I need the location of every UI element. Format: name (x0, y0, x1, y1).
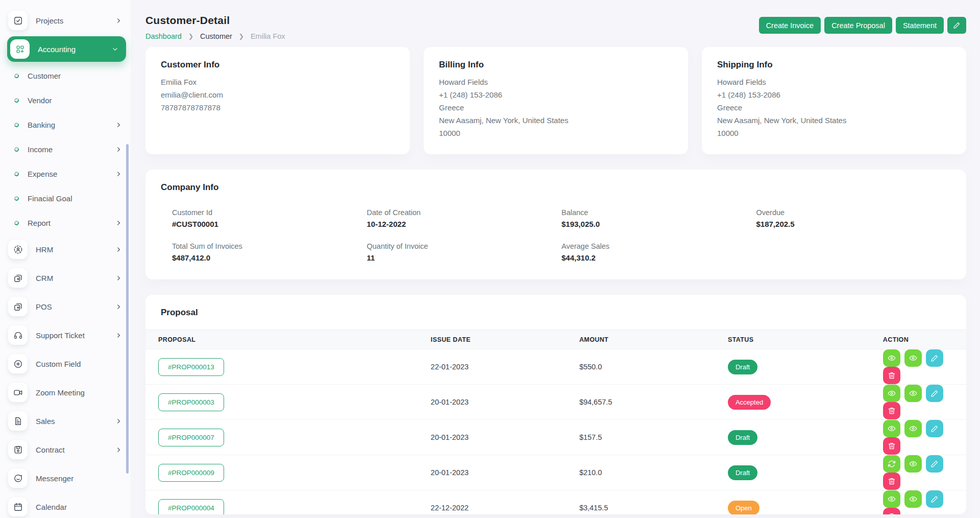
checkbox-icon (8, 11, 28, 30)
edit-action-button[interactable] (926, 349, 943, 367)
field-value: #CUST00001 (172, 220, 367, 228)
sidebar-item-label: Sales (36, 417, 55, 426)
header-actions: Create Invoice Create Proposal Statement (759, 17, 966, 34)
trash-icon (888, 477, 896, 485)
view-action-button[interactable] (904, 349, 922, 367)
pencil-icon (930, 495, 939, 503)
sidebar-item-label: CRM (36, 274, 53, 282)
floppy-icon (8, 440, 28, 459)
edit-action-button[interactable] (926, 385, 943, 402)
proposal-table-row: #PROP00000422-12-2022$3,415.5Open (145, 490, 966, 515)
delete-action-button[interactable] (883, 508, 900, 514)
convert-action-button[interactable] (883, 455, 900, 473)
proposal-table-header-row: PROPOSAL ISSUE DATE AMOUNT STATUS ACTION (145, 330, 966, 349)
person-dashed-circle-icon (8, 240, 28, 259)
status-badge: Open (728, 501, 760, 515)
sidebar-item-accounting[interactable]: Accounting (0, 35, 131, 63)
sidebar-scrollbar[interactable] (126, 144, 129, 474)
sidebar-item-crm[interactable]: CRM (0, 264, 131, 292)
sidebar-item-messenger[interactable]: Messenger (0, 464, 131, 492)
edit-action-button[interactable] (926, 420, 943, 437)
proposal-card: Proposal PROPOSAL ISSUE DATE AMOUNT STAT… (145, 295, 966, 514)
edit-customer-button[interactable] (947, 17, 966, 34)
company-field-overdue: Overdue$187,202.5 (756, 208, 951, 228)
field-label: Overdue (756, 208, 951, 217)
edit-action-button[interactable] (926, 455, 943, 473)
breadcrumb-separator: ❯ (188, 33, 193, 40)
amount-cell: $3,415.5 (567, 490, 715, 515)
sidebar-item-label: Contract (36, 445, 65, 454)
sidebar-subitem-banking[interactable]: Banking (0, 112, 131, 137)
sidebar-item-support-ticket[interactable]: Support Ticket (0, 321, 131, 349)
proposal-id-link[interactable]: #PROP000003 (158, 393, 224, 411)
customer-info-lines: Emilia Foxemilia@client.com7878787878787… (161, 77, 395, 113)
eye-icon (888, 495, 896, 503)
main-content: Customer-Detail Dashboard ❯ Customer ❯ E… (131, 0, 980, 518)
shipping-info-line: Howard Fields (717, 77, 951, 87)
view-action-button[interactable] (904, 385, 922, 402)
sidebar-subitem-finacial-goal[interactable]: Finacial Goal (0, 186, 131, 210)
chevron-right-icon (116, 147, 121, 152)
delete-action-button[interactable] (883, 437, 900, 455)
statement-button[interactable]: Statement (896, 17, 944, 34)
sidebar-subitem-income[interactable]: Income (0, 137, 131, 161)
sidebar-item-sales[interactable]: Sales (0, 407, 131, 435)
pencil-icon (953, 21, 961, 29)
sidebar-item-label: Custom Field (36, 360, 81, 368)
view-action-button[interactable] (904, 420, 922, 437)
status-badge: Accepted (728, 395, 771, 410)
breadcrumb-dashboard[interactable]: Dashboard (145, 32, 182, 40)
sidebar-subitem-expense[interactable]: Expense (0, 161, 131, 186)
column-header-amount: AMOUNT (567, 330, 715, 349)
status-badge: Draft (728, 430, 757, 445)
view-action-button[interactable] (883, 490, 900, 508)
overlap-squares-icon (8, 268, 28, 288)
shipping-info-card: Shipping Info Howard Fields+1 (248) 153-… (702, 47, 966, 154)
field-label: Customer Id (172, 208, 367, 217)
sidebar-subitem-vendor[interactable]: Vendor (0, 88, 131, 112)
sidebar-item-calendar[interactable]: Calendar (0, 492, 131, 518)
view-action-button[interactable] (883, 385, 900, 402)
company-field-quantity-of-invoice: Quantity of Invoice11 (367, 242, 562, 262)
company-field-customer-id: Customer Id#CUST00001 (172, 208, 367, 228)
proposal-id-link[interactable]: #PROP000009 (158, 464, 224, 482)
delete-action-button[interactable] (883, 473, 900, 490)
actions-cell (870, 420, 966, 455)
shipping-info-lines: Howard Fields+1 (248) 153-2086GreeceNew … (717, 77, 951, 138)
billing-info-lines: Howard Fields+1 (248) 153-2086GreeceNew … (439, 77, 673, 138)
sidebar-subitem-report[interactable]: Report (0, 210, 131, 235)
bullet-icon (14, 171, 20, 177)
edit-action-button[interactable] (926, 490, 943, 508)
proposal-id-link[interactable]: #PROP000007 (158, 429, 224, 446)
sidebar-subitem-customer[interactable]: Customer (0, 63, 131, 88)
sidebar-item-contract[interactable]: Contract (0, 435, 131, 464)
sidebar-item-hrm[interactable]: HRM (0, 235, 131, 264)
sidebar-item-pos[interactable]: POS (0, 292, 131, 321)
breadcrumb-customer[interactable]: Customer (200, 32, 232, 40)
chevron-right-icon (116, 171, 121, 177)
company-field-balance: Balance$193,025.0 (561, 208, 756, 228)
pencil-icon (930, 389, 939, 397)
customer-info-line: 78787878787878 (161, 102, 395, 113)
sidebar-item-projects[interactable]: Projects (0, 6, 131, 35)
proposal-id-link[interactable]: #PROP000013 (158, 358, 224, 376)
card-title: Company Info (161, 182, 951, 193)
sidebar-item-zoom-meeting[interactable]: Zoom Meeting (0, 378, 131, 407)
sidebar-item-custom-field[interactable]: Custom Field (0, 349, 131, 378)
trash-icon (888, 512, 896, 514)
eye-icon (909, 460, 917, 468)
company-field-average-sales: Average Sales$44,310.2 (561, 242, 756, 262)
company-field-date-of-creation: Date of Creation10-12-2022 (367, 208, 562, 228)
view-action-button[interactable] (883, 349, 900, 367)
delete-action-button[interactable] (883, 402, 900, 419)
delete-action-button[interactable] (883, 367, 900, 384)
proposal-id-link[interactable]: #PROP000004 (158, 499, 224, 515)
view-action-button[interactable] (883, 420, 900, 437)
sidebar-item-label: HRM (36, 245, 53, 254)
view-action-button[interactable] (904, 490, 922, 508)
field-value: $44,310.2 (561, 253, 756, 262)
view-action-button[interactable] (904, 455, 922, 473)
create-proposal-button[interactable]: Create Proposal (824, 17, 892, 34)
create-invoice-button[interactable]: Create Invoice (759, 17, 821, 34)
proposal-table-row: #PROP00001322-01-2023$550.0Draft (145, 349, 966, 385)
